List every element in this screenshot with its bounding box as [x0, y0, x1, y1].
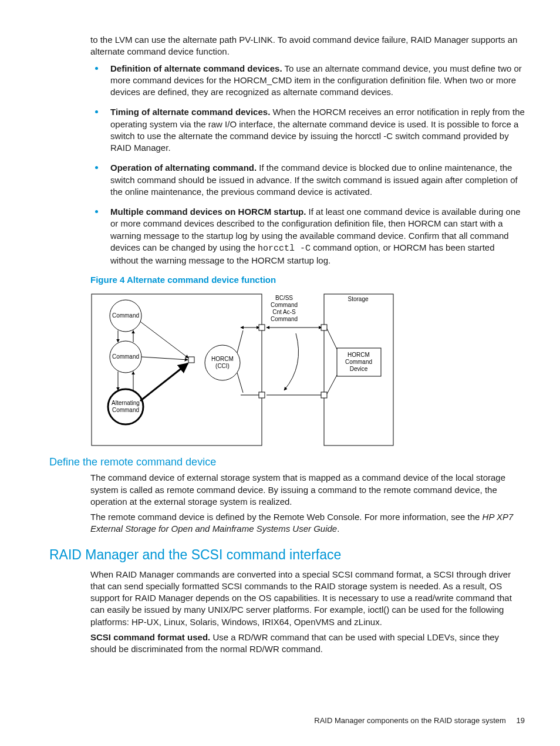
diagram-label: HORCM — [348, 352, 370, 358]
text-run: The remote command device is defined by … — [90, 512, 483, 522]
svg-line-26 — [327, 375, 337, 394]
body-paragraph: SCSI command format used. Use a RD/WR co… — [90, 632, 525, 656]
diagram-label: Cnt Ac-S — [272, 309, 296, 315]
list-item: Operation of alternating command. If the… — [95, 162, 525, 198]
figure-diagram: Command Command Alternating Command HORC… — [90, 289, 525, 448]
diagram-label: Command — [345, 359, 372, 365]
section-heading: RAID Manager and the SCSI command interf… — [49, 547, 525, 563]
diagram-label: Command — [271, 302, 298, 308]
diagram-label: Command — [112, 407, 139, 413]
svg-line-25 — [327, 329, 337, 349]
bullet-title: Timing of alternate command devices. — [110, 107, 270, 117]
svg-line-11 — [140, 322, 188, 358]
diagram-label: Command — [271, 316, 298, 322]
page-number: 19 — [517, 716, 525, 725]
body-paragraph: When RAID Manager commands are converted… — [90, 569, 525, 628]
diagram-label: (CCI) — [215, 363, 230, 369]
svg-line-13 — [140, 363, 188, 401]
text-run: . — [337, 524, 339, 534]
svg-rect-21 — [321, 392, 327, 398]
svg-line-12 — [141, 357, 188, 360]
intro-paragraph: to the LVM can use the alternate path PV… — [90, 34, 525, 58]
svg-rect-10 — [188, 357, 194, 363]
footer-text: RAID Manager components on the RAID stor… — [314, 716, 506, 725]
svg-rect-19 — [259, 392, 265, 398]
list-item: Timing of alternate command devices. Whe… — [95, 106, 525, 154]
svg-rect-17 — [321, 325, 327, 330]
body-paragraph: The remote command device is defined by … — [90, 511, 525, 535]
diagram-label: Device — [350, 366, 368, 372]
diagram-label: Command — [112, 312, 139, 319]
diagram-label: Storage — [348, 296, 368, 302]
page-footer: RAID Manager components on the RAID stor… — [314, 716, 525, 725]
diagram-label: Command — [112, 353, 139, 360]
svg-line-22 — [237, 330, 243, 353]
bullet-title: Definition of alternate command devices. — [110, 63, 282, 73]
diagram-label: Alternating — [112, 400, 140, 406]
subsection-heading: Define the remote command device — [49, 456, 525, 468]
svg-line-23 — [237, 373, 243, 393]
figure-caption: Figure 4 Alternate command device functi… — [90, 275, 525, 285]
body-paragraph: The command device of external storage s… — [90, 472, 525, 508]
list-item: Definition of alternate command devices.… — [95, 63, 525, 99]
list-item: Multiple command devices on HORCM startu… — [95, 206, 525, 266]
bullet-title: Operation of alternating command. — [110, 163, 257, 173]
inline-code: horcctl -C — [258, 244, 311, 254]
bullet-title: Multiple command devices on HORCM startu… — [110, 207, 306, 217]
diagram-label: BC/SS — [275, 295, 293, 301]
svg-rect-15 — [259, 325, 265, 330]
diagram-label: HORCM — [211, 356, 234, 362]
inline-heading: SCSI command format used. — [90, 632, 210, 642]
bullet-list: Definition of alternate command devices.… — [95, 63, 525, 267]
